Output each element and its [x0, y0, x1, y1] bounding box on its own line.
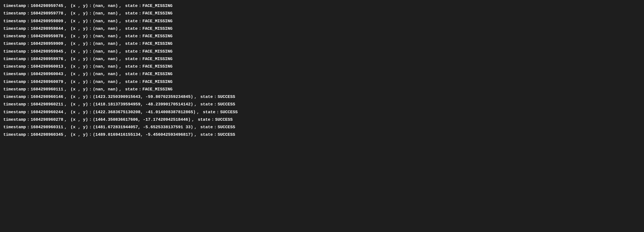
log-value-coords: (nan, nan): [93, 3, 118, 9]
log-line: timestamp : 1604298960211, (x , y) : (14…: [3, 101, 641, 108]
log-value-state: FACE_MISSING: [142, 63, 172, 70]
log-key-state: state: [200, 132, 213, 138]
log-value-coords: (nan, nan): [93, 63, 118, 70]
log-line: timestamp : 1604298960146, (x , y) : (14…: [3, 93, 641, 101]
log-line: timestamp : 1604298959909, (x , y) : (na…: [3, 40, 641, 48]
log-line: timestamp : 1604298959844, (x , y) : (na…: [3, 25, 641, 33]
log-key-state: state: [125, 56, 138, 62]
log-value-state: FACE_MISSING: [142, 33, 172, 40]
log-value-state: SUCCESS: [218, 94, 235, 100]
log-value-coords: (nan, nan): [93, 33, 118, 40]
log-key-state: state: [125, 79, 138, 85]
log-key-timestamp: timestamp: [3, 94, 26, 100]
log-key-timestamp: timestamp: [3, 10, 26, 17]
log-key-coords: (x , y): [70, 63, 88, 70]
log-value-timestamp: 1604298959909: [31, 41, 63, 47]
log-value-state: FACE_MISSING: [142, 26, 172, 32]
log-value-timestamp: 1604298960079: [31, 79, 63, 85]
log-key-coords: (x , y): [70, 41, 88, 47]
log-value-coords: (1423.3250390915643, -59.80702359234845): [93, 94, 193, 100]
log-value-coords: (1489.0169416155134, -5.456042593496817): [93, 132, 193, 138]
log-key-state: state: [125, 48, 138, 55]
log-value-state: FACE_MISSING: [142, 48, 172, 55]
log-key-state: state: [125, 33, 138, 40]
log-value-state: SUCCESS: [215, 117, 233, 123]
log-line: timestamp : 1604298960311, (x , y) : (14…: [3, 124, 641, 131]
log-key-coords: (x , y): [70, 117, 88, 123]
log-key-coords: (x , y): [70, 132, 88, 138]
log-value-timestamp: 1604298960311: [31, 124, 63, 130]
log-key-state: state: [125, 41, 138, 47]
log-key-state: state: [200, 101, 213, 108]
log-key-coords: (x , y): [70, 26, 88, 32]
log-line: timestamp : 1604298959976, (x , y) : (na…: [3, 55, 641, 63]
log-value-timestamp: 1604298959844: [31, 26, 63, 32]
log-key-coords: (x , y): [70, 86, 88, 93]
log-line: timestamp : 1604298959945, (x , y) : (na…: [3, 48, 641, 55]
log-key-state: state: [125, 86, 138, 93]
log-key-state: state: [200, 124, 213, 130]
log-key-coords: (x , y): [70, 33, 88, 40]
log-key-state: state: [125, 71, 138, 77]
log-value-coords: (nan, nan): [93, 26, 118, 32]
log-line: timestamp : 1604298960278, (x , y) : (14…: [3, 116, 641, 124]
log-value-timestamp: 1604298960345: [31, 132, 63, 138]
log-value-state: FACE_MISSING: [142, 56, 172, 62]
log-value-coords: (nan, nan): [93, 10, 118, 17]
log-key-state: state: [125, 3, 138, 9]
log-key-coords: (x , y): [70, 101, 88, 108]
log-key-timestamp: timestamp: [3, 18, 26, 24]
log-value-timestamp: 1604298960244: [31, 109, 63, 115]
log-line: timestamp : 1604298959878, (x , y) : (na…: [3, 33, 641, 40]
log-key-coords: (x , y): [70, 124, 88, 130]
log-key-state: state: [198, 117, 210, 123]
log-line: timestamp : 1604298959745, (x , y) : (na…: [3, 2, 641, 10]
log-container: timestamp : 1604298959745, (x , y) : (na…: [3, 2, 641, 139]
log-line: timestamp : 1604298960079, (x , y) : (na…: [3, 78, 641, 86]
log-value-coords: (nan, nan): [93, 41, 118, 47]
log-key-timestamp: timestamp: [3, 56, 26, 62]
log-key-coords: (x , y): [70, 79, 88, 85]
log-line: timestamp : 1604298959778, (x , y) : (na…: [3, 10, 641, 17]
log-value-coords: (nan, nan): [93, 86, 118, 93]
log-value-coords: (nan, nan): [93, 56, 118, 62]
log-key-coords: (x , y): [70, 3, 88, 9]
log-key-timestamp: timestamp: [3, 26, 26, 32]
log-value-state: SUCCESS: [218, 101, 235, 108]
log-value-timestamp: 1604298959778: [31, 10, 63, 17]
log-value-state: SUCCESS: [220, 109, 238, 115]
log-key-state: state: [200, 94, 213, 100]
log-key-timestamp: timestamp: [3, 41, 26, 47]
log-value-coords: (1481.672831944057, -5.6525338137591 33): [93, 124, 193, 130]
log-line: timestamp : 1604298960111, (x , y) : (na…: [3, 86, 641, 93]
log-value-timestamp: 1604298960278: [31, 117, 63, 123]
log-key-timestamp: timestamp: [3, 48, 26, 55]
log-line: timestamp : 1604298959809, (x , y) : (na…: [3, 18, 641, 25]
log-value-timestamp: 1604298960111: [31, 86, 63, 93]
log-value-timestamp: 1604298959976: [31, 56, 63, 62]
log-key-timestamp: timestamp: [3, 33, 26, 40]
log-value-timestamp: 1604298959745: [31, 3, 63, 9]
log-value-coords: (1464.350836617606, -17.17420942518446): [93, 117, 191, 123]
log-key-timestamp: timestamp: [3, 63, 26, 70]
log-value-timestamp: 1604298959809: [31, 18, 63, 24]
log-value-timestamp: 1604298959945: [31, 48, 63, 55]
log-value-coords: (nan, nan): [93, 18, 118, 24]
log-key-coords: (x , y): [70, 48, 88, 55]
log-line: timestamp : 1604298960345, (x , y) : (14…: [3, 131, 641, 139]
log-key-state: state: [203, 109, 215, 115]
log-value-timestamp: 1604298960013: [31, 63, 63, 70]
log-key-coords: (x , y): [70, 56, 88, 62]
log-value-coords: (1418.1813739594959, -48.23990170514142): [93, 101, 193, 108]
log-value-timestamp: 1604298959878: [31, 33, 63, 40]
log-value-state: SUCCESS: [218, 132, 235, 138]
log-value-timestamp: 1604298960146: [31, 94, 63, 100]
log-value-state: SUCCESS: [218, 124, 235, 130]
log-key-timestamp: timestamp: [3, 86, 26, 93]
log-key-timestamp: timestamp: [3, 124, 26, 130]
log-key-state: state: [125, 10, 138, 17]
log-line: timestamp : 1604298960013, (x , y) : (na…: [3, 63, 641, 70]
log-key-coords: (x , y): [70, 94, 88, 100]
log-value-state: FACE_MISSING: [142, 18, 172, 24]
log-key-state: state: [125, 18, 138, 24]
